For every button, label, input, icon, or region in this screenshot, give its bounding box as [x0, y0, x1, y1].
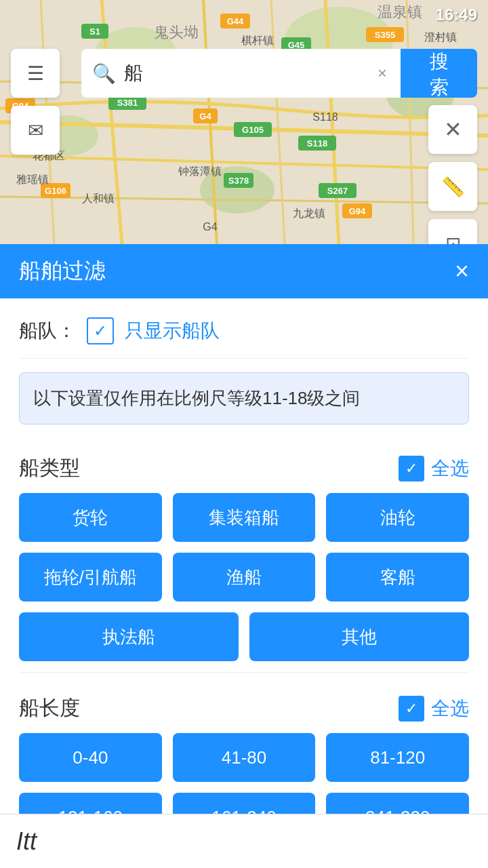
- ship-type-check-icon: ✓: [399, 456, 424, 481]
- status-bar-time: 16:49: [425, 0, 488, 30]
- ship-length-check-icon: ✓: [399, 696, 424, 722]
- svg-text:温泉镇: 温泉镇: [378, 3, 422, 20]
- divider-1: [19, 672, 469, 673]
- svg-text:G4: G4: [203, 221, 217, 233]
- svg-text:G106: G106: [45, 186, 66, 196]
- message-icon: ✉: [28, 119, 43, 142]
- ship-length-select-all-label: 全选: [431, 696, 469, 722]
- svg-text:钟落潭镇: 钟落潭镇: [178, 165, 222, 177]
- ship-type-tag-6[interactable]: 执法船: [19, 612, 239, 661]
- svg-text:G4: G4: [199, 111, 211, 121]
- ship-length-select-all[interactable]: ✓ 全选: [399, 696, 469, 722]
- left-panel: ☰ ✉: [11, 49, 60, 155]
- ship-type-tags: 货轮 集装箱船 油轮 拖轮/引航船 渔船 客船 执法船 其他: [19, 493, 469, 667]
- ship-length-section-header: 船长度 ✓ 全选: [19, 678, 469, 733]
- svg-text:S118: S118: [312, 111, 338, 123]
- svg-text:人和镇: 人和镇: [82, 193, 115, 204]
- ship-type-tag-1[interactable]: 集装箱船: [173, 493, 316, 542]
- filter-header: 船舶过滤 ×: [0, 244, 488, 298]
- fleet-checkbox[interactable]: ✓: [87, 317, 114, 344]
- ship-type-select-all[interactable]: ✓ 全选: [399, 456, 469, 481]
- message-button[interactable]: ✉: [11, 106, 60, 155]
- svg-text:S1: S1: [89, 26, 100, 37]
- svg-text:澄村镇: 澄村镇: [424, 31, 457, 43]
- ship-type-tag-5[interactable]: 客船: [326, 553, 469, 601]
- ship-length-tag-2[interactable]: 81-120: [326, 733, 469, 782]
- close-icon: ✕: [444, 117, 462, 142]
- fleet-check-icon: ✓: [94, 321, 107, 340]
- menu-icon: ☰: [27, 62, 44, 85]
- bottom-bar: Itt: [0, 814, 488, 868]
- fleet-label: 船队：: [19, 318, 76, 344]
- bottom-label: Itt: [16, 827, 37, 856]
- svg-text:S355: S355: [375, 30, 395, 40]
- svg-text:棋杆镇: 棋杆镇: [241, 35, 274, 46]
- right-panel: ✕ 📏 ⊡: [428, 105, 477, 244]
- filter-button[interactable]: ⊡: [428, 219, 477, 244]
- ship-type-tag-7[interactable]: 其他: [249, 612, 469, 661]
- menu-button[interactable]: ☰: [11, 49, 60, 98]
- ship-type-title: 船类型: [19, 454, 80, 482]
- scale-notice: 以下设置仅作用在比例尺等级11-18级之间: [19, 372, 469, 425]
- search-clear-button[interactable]: ×: [375, 61, 390, 85]
- svg-text:S118: S118: [307, 138, 327, 149]
- svg-text:雅瑶镇: 雅瑶镇: [16, 174, 49, 185]
- ruler-icon: 📏: [441, 176, 465, 198]
- ship-type-section-header: 船类型 ✓ 全选: [19, 438, 469, 493]
- svg-text:S378: S378: [228, 176, 249, 186]
- ship-type-tag-3[interactable]: 拖轮/引航船: [19, 553, 162, 601]
- fleet-row: 船队： ✓ 只显示船队: [19, 298, 469, 359]
- ruler-button[interactable]: 📏: [428, 162, 477, 211]
- close-map-button[interactable]: ✕: [428, 105, 477, 154]
- search-button[interactable]: 搜索: [401, 49, 477, 98]
- filter-panel: 船舶过滤 × 船队： ✓ 只显示船队 以下设置仅作用在比例尺等级11-18级之间…: [0, 244, 488, 868]
- search-icon: 🔍: [92, 62, 116, 85]
- ship-length-title: 船长度: [19, 694, 80, 722]
- filter-title: 船舶过滤: [19, 256, 106, 286]
- svg-text:S381: S381: [117, 98, 138, 108]
- fleet-only-text: 只显示船队: [125, 318, 220, 344]
- svg-text:G94: G94: [349, 206, 366, 216]
- filter-body: 船队： ✓ 只显示船队 以下设置仅作用在比例尺等级11-18级之间 船类型 ✓ …: [0, 298, 488, 868]
- ship-length-tag-0[interactable]: 0-40: [19, 733, 162, 782]
- ship-type-tag-2[interactable]: 油轮: [326, 493, 469, 542]
- search-bar: 🔍 × 搜索: [81, 49, 477, 98]
- svg-text:九龙镇: 九龙镇: [293, 208, 325, 219]
- filter-close-button[interactable]: ×: [455, 257, 469, 285]
- ship-type-tag-4[interactable]: 渔船: [173, 553, 316, 601]
- ship-type-tag-0[interactable]: 货轮: [19, 493, 162, 542]
- svg-text:鬼头坳: 鬼头坳: [154, 24, 199, 41]
- search-input[interactable]: [124, 62, 367, 84]
- ship-length-tag-1[interactable]: 41-80: [173, 733, 316, 782]
- filter-icon: ⊡: [445, 233, 461, 245]
- ship-type-select-all-label: 全选: [431, 456, 469, 481]
- search-input-wrap: 🔍 ×: [81, 49, 401, 98]
- svg-text:G44: G44: [227, 16, 244, 26]
- svg-text:S267: S267: [327, 186, 348, 196]
- map-container[interactable]: S1 G44 G45 S355 G94 S381 G4 G105 S118 S2…: [0, 0, 488, 244]
- svg-text:G105: G105: [242, 125, 264, 135]
